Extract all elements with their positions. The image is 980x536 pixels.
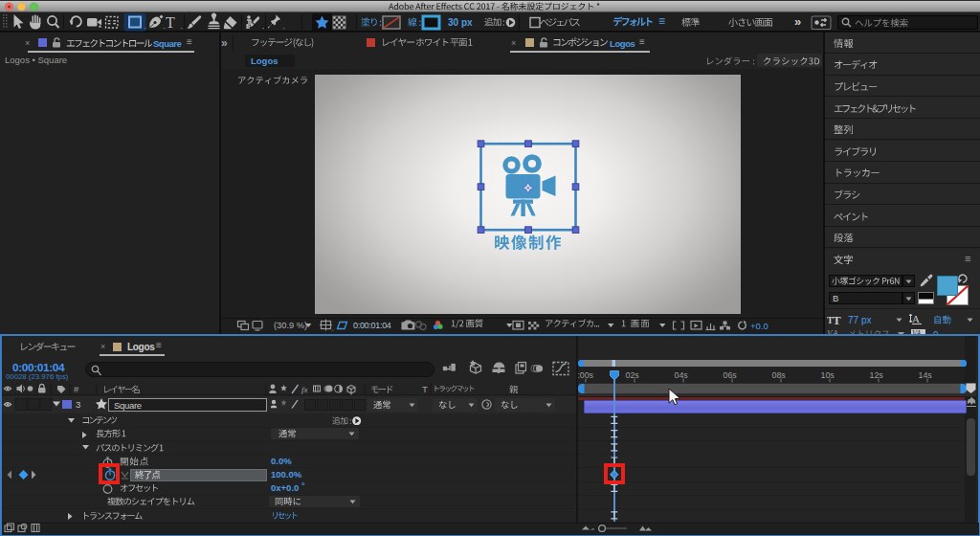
svg-text:T: T [833, 313, 841, 324]
svg-text:02s: 02s [626, 370, 640, 380]
svg-text:06s: 06s [724, 370, 738, 380]
svg-text:T: T [166, 14, 175, 31]
svg-text:04s: 04s [675, 370, 689, 380]
svg-text:A: A [912, 313, 920, 324]
svg-text:12s: 12s [870, 370, 884, 380]
svg-text:08s: 08s [772, 370, 787, 380]
svg-text:14s: 14s [919, 370, 933, 380]
svg-text:10s: 10s [821, 370, 835, 380]
